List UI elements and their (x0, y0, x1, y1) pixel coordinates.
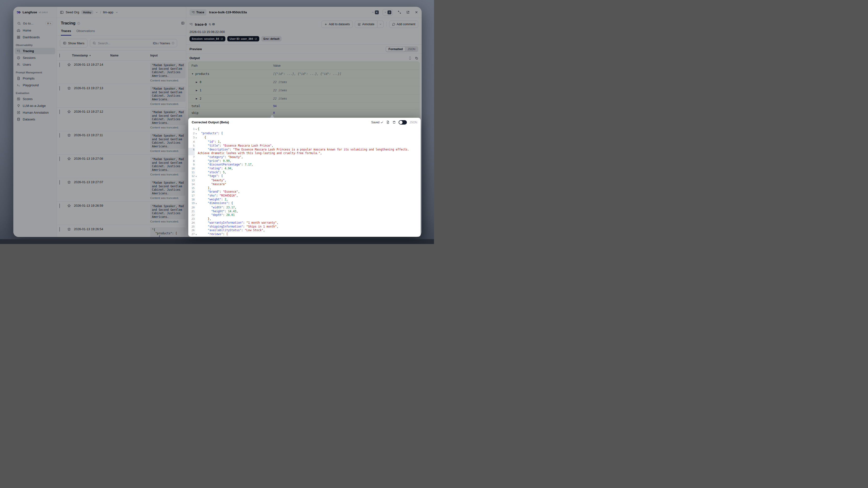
code-line[interactable]: 10 "rating": 4.94, (188, 167, 421, 171)
code-line[interactable]: 22 "depth": 28.01 (188, 213, 421, 217)
code-content: "stock": 5, (198, 171, 421, 175)
line-number: 4 (188, 140, 194, 144)
fold-chevron-icon[interactable]: ▼ (194, 131, 198, 136)
code-line[interactable]: 26 "availabilityStatus": "Low Stock", (188, 228, 421, 232)
json-code-editor[interactable]: 1▼{2▼ "products": [3▼ {4 "id": 1,5 "titl… (188, 127, 421, 237)
code-content: "tags": [ (198, 174, 421, 179)
code-line[interactable]: 2▼ "products": [ (188, 131, 421, 136)
code-line[interactable]: 6 "description": "The Essence Mascara La… (188, 148, 421, 155)
line-number: 24 (188, 221, 194, 225)
code-content: "warrantyInformation": "1 month warranty… (198, 221, 421, 225)
code-line[interactable]: 13 "beauty", (188, 179, 421, 182)
line-number: 22 (188, 213, 194, 217)
line-number: 25 (188, 225, 194, 229)
code-line[interactable]: 4 "id": 1, (188, 140, 421, 144)
code-content: "title": "Essence Mascara Lash Prince", (198, 144, 421, 148)
code-content: "width": 23.17, (198, 206, 421, 210)
screen: Langfuse v3.146.0 Go to... ⌘ K HomeDashb… (0, 0, 434, 244)
corrected-output-header: Corrected Output (Beta) Saved JSON (188, 118, 421, 127)
saved-status: Saved (371, 121, 383, 124)
code-content: "reviews": [ (198, 232, 421, 237)
code-line[interactable]: 8 "price": 9.99, (188, 159, 421, 163)
line-number: 3 (188, 136, 194, 140)
code-line[interactable]: 20 "width": 23.17, (188, 206, 421, 210)
line-number: 12 (188, 174, 194, 179)
line-number: 17 (188, 194, 194, 198)
code-content: }, (198, 217, 421, 221)
fold-chevron-icon[interactable]: ▼ (194, 136, 198, 140)
code-content: "shippingInformation": "Ships in 1 month… (198, 225, 421, 229)
code-line[interactable]: 3▼ { (188, 136, 421, 140)
corrected-output-title: Corrected Output (Beta) (192, 120, 369, 124)
code-line[interactable]: 9 "discountPercentage": 7.17, (188, 163, 421, 167)
line-number: 21 (188, 210, 194, 213)
code-line[interactable]: 12▼ "tags": [ (188, 174, 421, 179)
line-number: 26 (188, 228, 194, 232)
code-content: "height": 14.43, (198, 210, 421, 213)
line-number: 13 (188, 179, 194, 182)
code-line[interactable]: 5 "title": "Essence Mascara Lash Prince"… (188, 144, 421, 148)
code-content: "dimensions": { (198, 201, 421, 206)
code-line[interactable]: 17 "sku": "RCH45Q1A", (188, 194, 421, 198)
json-toggle-label: JSON (409, 121, 417, 124)
line-number: 5 (188, 144, 194, 148)
code-line[interactable]: 14 "mascara" (188, 182, 421, 186)
code-content: "mascara" (198, 182, 421, 186)
code-content: "id": 1, (198, 140, 421, 144)
code-line[interactable]: 24 "warrantyInformation": "1 month warra… (188, 221, 421, 225)
code-content: "beauty", (198, 179, 421, 182)
line-number: 8 (188, 159, 194, 163)
code-content: "description": "The Essence Mascara Lash… (198, 148, 421, 155)
code-content: "discountPercentage": 7.17, (198, 163, 421, 167)
line-number: 20 (188, 206, 194, 210)
json-toggle[interactable] (399, 120, 407, 125)
fold-chevron-icon[interactable]: ▼ (194, 174, 198, 179)
line-number: 23 (188, 217, 194, 221)
code-content: "depth": 28.01 (198, 213, 421, 217)
line-number: 2 (188, 131, 194, 136)
code-line[interactable]: 23 }, (188, 217, 421, 221)
line-number: 15 (188, 186, 194, 190)
code-line[interactable]: 15 ], (188, 186, 421, 190)
line-number: 18 (188, 198, 194, 202)
code-content: "weight": 2, (198, 198, 421, 202)
line-number: 7 (188, 155, 194, 159)
corrected-output-panel: Corrected Output (Beta) Saved JSON 1▼{2▼… (188, 118, 421, 237)
line-number: 14 (188, 182, 194, 186)
fold-chevron-icon[interactable]: ▼ (194, 201, 198, 206)
code-content: "availabilityStatus": "Low Stock", (198, 228, 421, 232)
code-content: { (198, 136, 421, 140)
code-line[interactable]: 1▼{ (188, 127, 421, 131)
code-line[interactable]: 19▼ "dimensions": { (188, 201, 421, 206)
code-line[interactable]: 11 "stock": 5, (188, 171, 421, 175)
fold-chevron-icon[interactable]: ▼ (194, 232, 198, 237)
code-line[interactable]: 18 "weight": 2, (188, 198, 421, 202)
toggle-knob (399, 121, 403, 124)
code-line[interactable]: 7 "category": "beauty", (188, 155, 421, 159)
line-number: 6 (188, 148, 194, 155)
save-file-icon[interactable] (386, 120, 390, 124)
line-number: 11 (188, 171, 194, 175)
code-line[interactable]: 27▼ "reviews": [ (188, 232, 421, 237)
line-number: 9 (188, 163, 194, 167)
code-line[interactable]: 25 "shippingInformation": "Ships in 1 mo… (188, 225, 421, 229)
code-line[interactable]: 21 "height": 14.43, (188, 210, 421, 213)
fold-chevron-icon[interactable]: ▼ (194, 127, 198, 131)
code-content: "sku": "RCH45Q1A", (198, 194, 421, 198)
code-content: ], (198, 186, 421, 190)
line-number: 1 (188, 127, 194, 131)
code-content: { (198, 127, 421, 131)
code-content: "category": "beauty", (198, 155, 421, 159)
code-content: "products": [ (198, 131, 421, 136)
code-content: "brand": "Essence", (198, 190, 421, 194)
panel-caret (270, 115, 274, 118)
check-icon (380, 121, 383, 124)
line-number: 16 (188, 190, 194, 194)
code-content: "price": 9.99, (198, 159, 421, 163)
line-number: 27 (188, 232, 194, 237)
line-number: 10 (188, 167, 194, 171)
trash-icon[interactable] (392, 120, 396, 124)
line-number: 19 (188, 201, 194, 206)
code-line[interactable]: 16 "brand": "Essence", (188, 190, 421, 194)
code-content: "rating": 4.94, (198, 167, 421, 171)
